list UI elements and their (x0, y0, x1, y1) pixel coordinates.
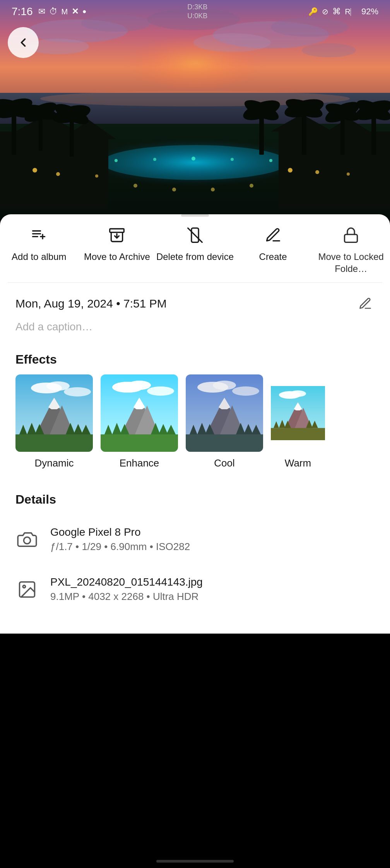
svg-point-86 (147, 386, 174, 396)
camera-specs: ƒ/1.7 • 1/29 • 6.90mm • ISO282 (50, 541, 190, 553)
svg-rect-90 (101, 434, 178, 452)
svg-point-85 (128, 381, 151, 390)
effect-enhance-thumbnail (101, 374, 178, 452)
effect-dynamic-thumbnail (15, 374, 93, 452)
svg-rect-104 (186, 434, 263, 452)
file-name: PXL_20240820_015144143.jpg (50, 576, 203, 588)
svg-point-25 (288, 168, 292, 173)
camera-detail-content: Google Pixel 8 Pro ƒ/1.7 • 1/29 • 6.90mm… (50, 526, 190, 553)
move-to-archive-label: Move to Archive (84, 251, 150, 263)
svg-point-30 (192, 157, 195, 161)
status-bar-right: 🔑 ⊘ ⌘ R⎸ 92% (308, 7, 378, 17)
action-delete-from-device[interactable]: Delete from device (156, 224, 234, 263)
svg-point-125 (23, 585, 25, 588)
effects-scroll: Dynamic (0, 374, 390, 477)
gmail-icon: ✉ (38, 7, 45, 17)
svg-point-113 (290, 391, 306, 397)
date-text: Mon, Aug 19, 2024 • 7:51 PM (15, 297, 167, 310)
caption-placeholder: Add a caption… (15, 321, 92, 333)
bottom-sheet: Add to album Move to Archive (0, 214, 390, 634)
playlist-add-icon (28, 224, 50, 246)
effect-enhance-label: Enhance (120, 457, 159, 469)
svg-rect-64 (110, 229, 124, 232)
svg-point-58 (250, 184, 253, 188)
twitter-icon: ✕ (72, 7, 79, 17)
svg-line-67 (188, 228, 202, 243)
detail-file: PXL_20240820_015144143.jpg 9.1MP • 4032 … (0, 564, 390, 614)
delete-from-device-label: Delete from device (156, 251, 234, 263)
archive-icon (106, 224, 128, 246)
photo-bg (0, 0, 390, 224)
svg-point-23 (56, 172, 60, 176)
svg-point-123 (24, 537, 30, 543)
svg-point-29 (153, 158, 156, 161)
edit-date-button[interactable] (356, 294, 375, 313)
action-create[interactable]: Create (234, 224, 312, 263)
svg-point-100 (232, 386, 259, 396)
effect-enhance[interactable]: Enhance (101, 374, 178, 469)
svg-point-22 (32, 168, 37, 173)
effect-cool-thumbnail (186, 374, 263, 452)
svg-point-26 (315, 170, 319, 174)
battery: 92% (361, 7, 378, 17)
data-up: D:3KB (187, 3, 207, 11)
alarm-icon: ⏱ (49, 7, 58, 17)
svg-point-32 (269, 159, 272, 162)
effect-dynamic[interactable]: Dynamic (15, 374, 93, 469)
signal-icon: R⎸ (345, 7, 357, 16)
effect-warm[interactable]: Warm (271, 374, 325, 469)
svg-rect-76 (15, 434, 93, 452)
no-phone-icon (184, 224, 206, 246)
camera-icon (15, 528, 39, 551)
svg-point-28 (115, 159, 118, 162)
data-down: U:0KB (187, 12, 207, 20)
svg-point-57 (211, 188, 215, 191)
svg-rect-16 (62, 139, 108, 209)
create-label: Create (259, 251, 287, 263)
details-section: Details Google Pixel 8 Pro ƒ/1.7 • 1/29 … (0, 477, 390, 618)
key-icon: 🔑 (308, 7, 318, 16)
camera-device: Google Pixel 8 Pro (50, 526, 190, 538)
file-specs: 9.1MP • 4032 x 2268 • Ultra HDR (50, 591, 203, 603)
lock-icon (340, 224, 362, 246)
svg-point-27 (347, 173, 350, 176)
svg-point-24 (95, 174, 98, 178)
brush-icon (262, 224, 284, 246)
cool-scene (186, 374, 263, 452)
dot-icon: • (82, 5, 86, 18)
details-section-title: Details (0, 485, 390, 514)
status-bar-left: 7:16 ✉ ⏱ M ✕ • (12, 5, 86, 18)
caption-field[interactable]: Add a caption… (0, 317, 390, 345)
warm-scene (271, 374, 325, 452)
move-to-locked-label: Move to Locked Folde… (312, 251, 390, 275)
svg-point-9 (302, 43, 356, 57)
svg-point-55 (133, 184, 137, 188)
add-to-album-label: Add to album (12, 251, 66, 263)
dynamic-scene (15, 374, 93, 452)
svg-point-8 (193, 33, 271, 52)
action-move-to-locked[interactable]: Move to Locked Folde… (312, 224, 390, 275)
file-detail-content: PXL_20240820_015144143.jpg 9.1MP • 4032 … (50, 576, 203, 603)
block-icon: ⊘ (322, 7, 328, 16)
gmail2-icon: M (62, 7, 68, 16)
wifi-icon: ⌘ (332, 7, 341, 17)
action-move-to-archive[interactable]: Move to Archive (78, 224, 156, 263)
action-toolbar: Add to album Move to Archive (0, 217, 390, 282)
svg-rect-68 (345, 234, 358, 242)
status-bar-center: D:3KB U:0KB (187, 3, 207, 20)
status-bar: 7:16 ✉ ⏱ M ✕ • D:3KB U:0KB 🔑 ⊘ ⌘ R⎸ 92% (0, 0, 390, 23)
effect-cool-label: Cool (214, 457, 234, 469)
photo-svg (0, 0, 390, 224)
home-indicator (156, 860, 234, 863)
svg-point-72 (64, 387, 91, 396)
svg-point-56 (172, 188, 176, 191)
back-button[interactable] (8, 27, 39, 58)
image-icon (15, 578, 39, 601)
effect-cool[interactable]: Cool (186, 374, 263, 469)
svg-rect-117 (271, 428, 325, 441)
action-add-to-album[interactable]: Add to album (0, 224, 78, 263)
detail-camera: Google Pixel 8 Pro ƒ/1.7 • 1/29 • 6.90mm… (0, 514, 390, 564)
effects-section-title: Effects (0, 345, 390, 374)
effect-warm-thumbnail (271, 374, 325, 452)
status-time: 7:16 (12, 5, 33, 18)
